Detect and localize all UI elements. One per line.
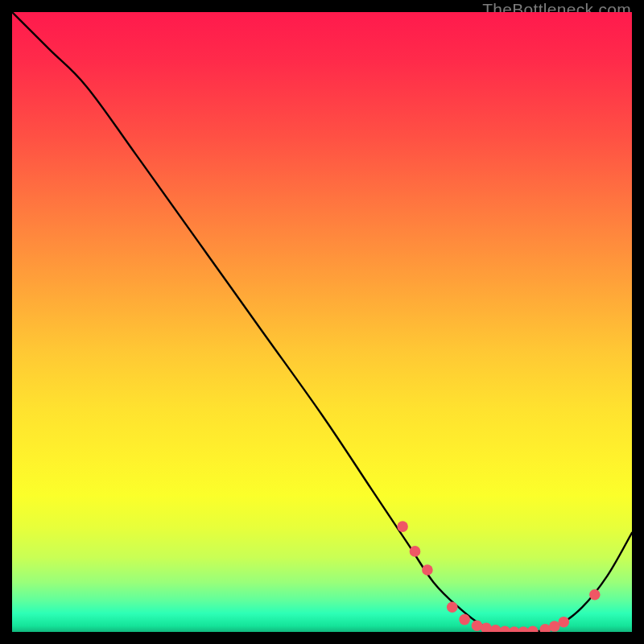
curve-marker [499, 625, 510, 632]
curve-markers [397, 521, 600, 632]
plot-area [12, 12, 632, 632]
curve-marker [422, 564, 433, 576]
curve-marker [559, 617, 570, 628]
curve-marker [481, 623, 492, 632]
bottleneck-curve [12, 12, 632, 632]
curve-marker [539, 624, 551, 632]
curve-marker [472, 621, 483, 632]
curve-marker [459, 614, 470, 625]
curve-marker [549, 621, 560, 632]
curve-marker [410, 546, 421, 557]
chart-stage: TheBottleneck.com [0, 0, 644, 644]
curve-svg [12, 12, 632, 632]
curve-marker [447, 601, 458, 613]
curve-marker [490, 625, 502, 632]
curve-marker [527, 625, 539, 632]
curve-marker [509, 626, 520, 632]
curve-marker [397, 521, 408, 532]
curve-marker [589, 589, 601, 601]
